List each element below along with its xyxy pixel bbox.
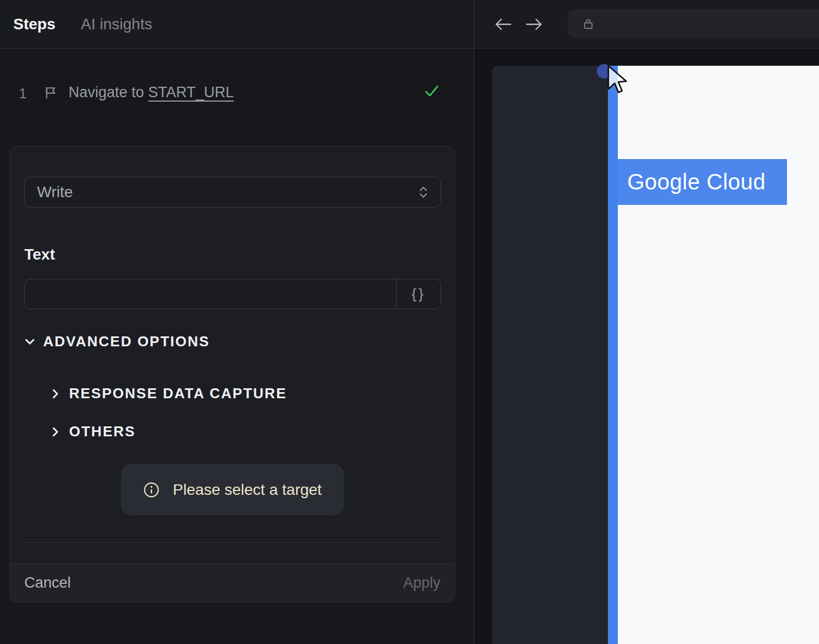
- back-button[interactable]: [494, 16, 512, 33]
- google-cloud-highlight[interactable]: Google Cloud: [618, 159, 787, 205]
- lock-icon: [581, 17, 595, 31]
- chevron-right-icon: [49, 426, 61, 438]
- chevron-right-icon: [49, 388, 61, 400]
- steps-panel: Steps AI insights 1 Navigate to START_UR…: [0, 0, 474, 644]
- browser-chrome: [474, 0, 819, 49]
- chevron-updown-icon: [418, 186, 428, 199]
- select-target-notice: Please select a target: [121, 464, 344, 515]
- address-bar[interactable]: [568, 9, 819, 38]
- text-field-label: Text: [24, 246, 55, 263]
- forward-button[interactable]: [525, 16, 544, 33]
- step-row[interactable]: 1 Navigate to START_URL: [0, 81, 474, 105]
- flag-icon: [43, 85, 59, 101]
- action-select-value: Write: [37, 183, 418, 201]
- advanced-options-label: ADVANCED OPTIONS: [43, 333, 210, 350]
- step-editor-card: Write Text {} ADVANCED OPTIONS: [9, 146, 455, 603]
- page-viewport: Google Cloud: [474, 49, 819, 644]
- browser-preview-panel: Google Cloud: [474, 0, 819, 644]
- response-data-capture-label: RESPONSE DATA CAPTURE: [69, 385, 287, 402]
- response-data-capture-toggle[interactable]: RESPONSE DATA CAPTURE: [49, 385, 287, 402]
- apply-button[interactable]: Apply: [403, 574, 440, 592]
- info-icon: [143, 482, 160, 498]
- card-footer: Cancel Apply: [10, 563, 455, 602]
- page-content: Google Cloud: [618, 66, 819, 644]
- app-window: Steps AI insights 1 Navigate to START_UR…: [0, 0, 819, 644]
- card-divider: [24, 542, 441, 543]
- left-topbar: Steps AI insights: [0, 0, 474, 49]
- step-action-text: Navigate to: [69, 84, 148, 101]
- step-target-link[interactable]: START_URL: [148, 84, 234, 101]
- notice-text: Please select a target: [173, 481, 322, 499]
- check-icon: [423, 83, 440, 99]
- chevron-down-icon: [24, 336, 36, 348]
- others-toggle[interactable]: OTHERS: [49, 423, 135, 440]
- highlight-stripe: [608, 66, 618, 644]
- action-select[interactable]: Write: [24, 177, 441, 208]
- tab-steps[interactable]: Steps: [13, 15, 55, 33]
- others-label: OTHERS: [69, 423, 135, 440]
- forward-arrow-icon: [525, 26, 544, 34]
- insert-variable-button[interactable]: {}: [396, 279, 440, 309]
- text-input[interactable]: [25, 279, 396, 309]
- cancel-button[interactable]: Cancel: [24, 574, 71, 592]
- step-number: 1: [19, 85, 27, 102]
- tab-ai-insights[interactable]: AI insights: [81, 15, 152, 33]
- step-label: Navigate to START_URL: [69, 84, 234, 101]
- google-cloud-logo-text: Google Cloud: [618, 170, 766, 194]
- advanced-options-toggle[interactable]: ADVANCED OPTIONS: [24, 333, 210, 350]
- text-input-group: {}: [24, 279, 441, 309]
- back-arrow-icon: [494, 26, 512, 34]
